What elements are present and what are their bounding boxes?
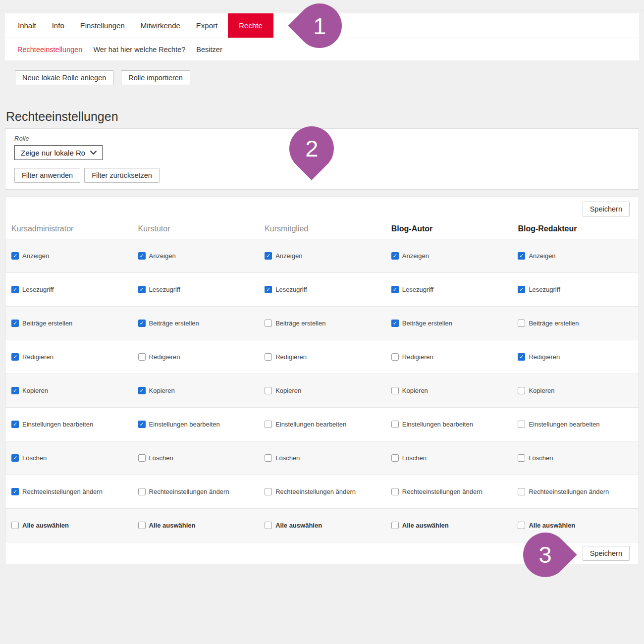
- column-header-kurstutor: Kurstutor: [132, 224, 259, 233]
- tab-rechte[interactable]: Rechte: [228, 13, 273, 38]
- checkbox-label: Rechteeinstellungen ändern: [529, 488, 609, 495]
- checkbox-unchecked[interactable]: [265, 320, 272, 327]
- permission-cell-kurstutor: ✓Beiträge erstellen: [132, 320, 259, 327]
- checkbox-label: Kopieren: [529, 387, 554, 394]
- checkbox-checked[interactable]: ✓: [138, 387, 146, 394]
- checkbox-label: Einstellungen bearbeiten: [402, 421, 473, 428]
- save-button-bottom[interactable]: Speichern: [583, 546, 630, 561]
- checkbox-label: Alle auswählen: [402, 522, 449, 529]
- permission-cell-kursadministrator: ✓Rechteeinstellungen ändern: [5, 488, 132, 495]
- checkbox-unchecked[interactable]: [391, 353, 399, 361]
- permission-cell-kursmitglied: Kopieren: [259, 387, 385, 394]
- checkbox-label: Anzeigen: [22, 252, 49, 260]
- checkbox-label: Löschen: [275, 454, 300, 462]
- checkbox-unchecked[interactable]: [265, 454, 272, 462]
- subnav-item-rechteeinstellungen[interactable]: Rechteeinstellungen: [12, 46, 88, 54]
- permission-cell-kursmitglied: ✓Lesezugriff: [259, 286, 385, 293]
- checkbox-unchecked[interactable]: [518, 421, 525, 428]
- checkbox-unchecked[interactable]: [138, 454, 146, 462]
- permission-cell-blog-autor: ✓Beiträge erstellen: [385, 320, 512, 327]
- checkbox-unchecked[interactable]: [391, 387, 399, 394]
- checkbox-checked[interactable]: ✓: [11, 320, 19, 327]
- checkbox-unchecked[interactable]: [138, 353, 146, 361]
- permission-cell-kursadministrator: Alle auswählen: [5, 522, 132, 529]
- checkbox-unchecked[interactable]: [391, 522, 399, 529]
- role-filter-select[interactable]: Zeige nur lokale Ro: [14, 145, 103, 160]
- permission-cell-kursmitglied: Rechteeinstellungen ändern: [259, 488, 385, 495]
- apply-filter-button[interactable]: Filter anwenden: [14, 168, 80, 183]
- checkbox-checked[interactable]: ✓: [265, 252, 272, 260]
- tab-einstellungen[interactable]: Einstellungen: [72, 13, 133, 38]
- checkbox-checked[interactable]: ✓: [518, 353, 525, 361]
- checkbox-unchecked[interactable]: [265, 522, 272, 529]
- checkbox-checked[interactable]: ✓: [391, 320, 399, 327]
- checkbox-label: Beiträge erstellen: [402, 320, 452, 327]
- checkbox-checked[interactable]: ✓: [138, 286, 146, 293]
- new-local-role-button[interactable]: Neue lokale Rolle anlegen: [15, 70, 113, 85]
- permission-cell-blog-redakteur: ✓Redigieren: [512, 353, 639, 361]
- checkbox-checked[interactable]: ✓: [11, 488, 19, 495]
- checkbox-checked[interactable]: ✓: [391, 286, 399, 293]
- checkbox-checked[interactable]: ✓: [11, 252, 19, 260]
- checkbox-unchecked[interactable]: [518, 320, 525, 327]
- checkbox-checked[interactable]: ✓: [11, 387, 19, 394]
- save-button-top[interactable]: Speichern: [583, 202, 630, 216]
- subnav-item-besitzer[interactable]: Besitzer: [191, 46, 227, 54]
- checkbox-unchecked[interactable]: [518, 454, 525, 462]
- permission-cell-blog-redakteur: ✓Anzeigen: [512, 252, 639, 260]
- role-filter-label: Rolle: [14, 135, 630, 142]
- checkbox-checked[interactable]: ✓: [518, 286, 525, 293]
- checkbox-checked[interactable]: ✓: [11, 421, 19, 428]
- tab-inhalt[interactable]: Inhalt: [10, 13, 44, 38]
- checkbox-label: Alle auswählen: [22, 522, 69, 529]
- checkbox-label: Einstellungen bearbeiten: [275, 421, 346, 428]
- checkbox-unchecked[interactable]: [265, 387, 272, 394]
- permission-row-beiträge-erstellen: ✓Beiträge erstellen✓Beiträge erstellenBe…: [5, 306, 639, 340]
- navigation-container: InhaltInfoEinstellungenMitwirkendeExport…: [5, 13, 639, 60]
- tab-export[interactable]: Export: [188, 13, 225, 38]
- role-actions-row: Neue lokale Rolle anlegen Rolle importie…: [15, 70, 644, 85]
- filter-buttons-row: Filter anwenden Filter zurücksetzen: [14, 168, 630, 183]
- checkbox-unchecked[interactable]: [265, 488, 272, 495]
- checkbox-unchecked[interactable]: [391, 421, 399, 428]
- column-header-blog-redakteur: Blog-Redakteur: [512, 224, 639, 233]
- permission-cell-blog-redakteur: Beiträge erstellen: [512, 320, 639, 327]
- reset-filter-button[interactable]: Filter zurücksetzen: [84, 168, 160, 183]
- permission-cell-kursmitglied: Alle auswählen: [259, 522, 385, 529]
- checkbox-label: Redigieren: [149, 353, 180, 361]
- checkbox-checked[interactable]: ✓: [265, 286, 272, 293]
- tab-info[interactable]: Info: [44, 13, 72, 38]
- checkbox-unchecked[interactable]: [265, 421, 272, 428]
- checkbox-unchecked[interactable]: [391, 454, 399, 462]
- checkbox-unchecked[interactable]: [518, 387, 525, 394]
- permission-row-löschen: ✓LöschenLöschenLöschenLöschenLöschen: [5, 441, 639, 475]
- checkbox-label: Löschen: [22, 454, 47, 462]
- subnav-item-wer-hat-hier-welche-rechte[interactable]: Wer hat hier welche Rechte?: [88, 46, 191, 54]
- checkbox-unchecked[interactable]: [138, 522, 146, 529]
- checkbox-checked[interactable]: ✓: [391, 252, 399, 260]
- checkbox-checked[interactable]: ✓: [518, 252, 525, 260]
- permission-row-redigieren: ✓RedigierenRedigierenRedigierenRedigiere…: [5, 340, 639, 374]
- tab-mitwirkende[interactable]: Mitwirkende: [133, 13, 188, 38]
- checkbox-unchecked[interactable]: [138, 488, 146, 495]
- checkbox-unchecked[interactable]: [265, 353, 272, 361]
- permission-rows: ✓Anzeigen✓Anzeigen✓Anzeigen✓Anzeigen✓Anz…: [5, 239, 639, 542]
- permission-cell-kursadministrator: ✓Redigieren: [5, 353, 132, 361]
- checkbox-label: Einstellungen bearbeiten: [149, 421, 220, 428]
- import-role-button[interactable]: Rolle importieren: [121, 70, 190, 85]
- checkbox-checked[interactable]: ✓: [11, 454, 19, 462]
- filter-panel: Rolle Zeige nur lokale Ro Filter anwende…: [5, 128, 639, 190]
- permission-cell-blog-autor: Redigieren: [385, 353, 512, 361]
- checkbox-label: Beiträge erstellen: [275, 320, 325, 327]
- checkbox-unchecked[interactable]: [11, 522, 19, 529]
- permission-cell-kursmitglied: Löschen: [259, 454, 385, 462]
- checkbox-checked[interactable]: ✓: [11, 286, 19, 293]
- checkbox-checked[interactable]: ✓: [138, 320, 146, 327]
- checkbox-unchecked[interactable]: [518, 488, 525, 495]
- checkbox-unchecked[interactable]: [391, 488, 399, 495]
- checkbox-checked[interactable]: ✓: [11, 353, 19, 361]
- checkbox-checked[interactable]: ✓: [138, 421, 146, 428]
- permission-cell-kursmitglied: Beiträge erstellen: [259, 320, 385, 327]
- checkbox-unchecked[interactable]: [518, 522, 525, 529]
- checkbox-checked[interactable]: ✓: [138, 252, 146, 260]
